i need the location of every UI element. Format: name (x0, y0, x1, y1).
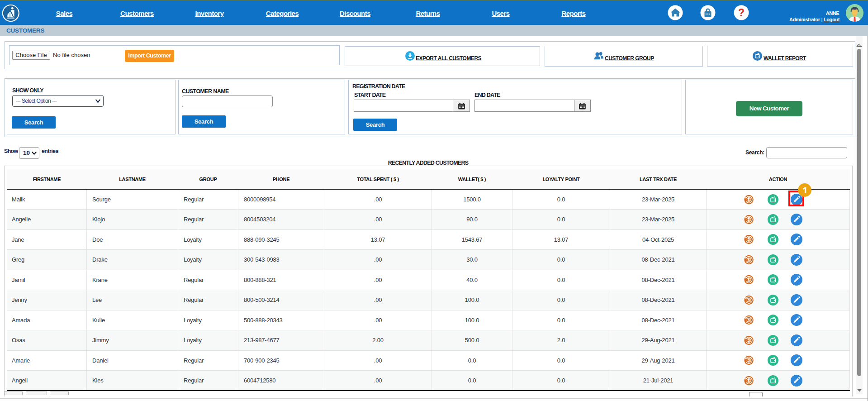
svg-text:?: ? (738, 7, 745, 19)
